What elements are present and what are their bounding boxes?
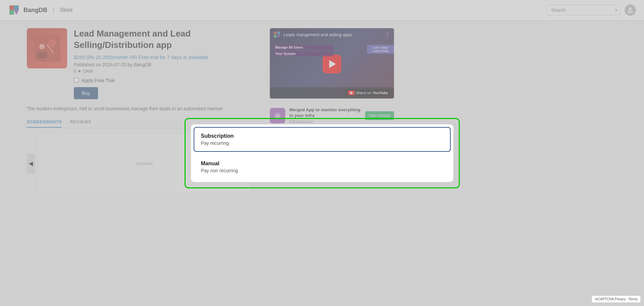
modal: Subscription Pay recurring Manual Pay no… bbox=[191, 124, 453, 182]
modal-overlay[interactable]: Subscription Pay recurring Manual Pay no… bbox=[0, 0, 644, 306]
modal-option-subscription-desc: Pay recurring bbox=[201, 140, 443, 146]
modal-option-manual-desc: Pay non recurring bbox=[201, 168, 443, 173]
modal-option-subscription[interactable]: Subscription Pay recurring bbox=[194, 127, 451, 152]
modal-wrapper: Subscription Pay recurring Manual Pay no… bbox=[185, 118, 460, 188]
recaptcha: reCAPTCHA Privacy - Terms bbox=[592, 296, 641, 303]
modal-option-manual-title: Manual bbox=[201, 161, 443, 167]
modal-option-manual[interactable]: Manual Pay non recurring bbox=[194, 155, 451, 179]
modal-option-subscription-title: Subscription bbox=[201, 133, 443, 139]
